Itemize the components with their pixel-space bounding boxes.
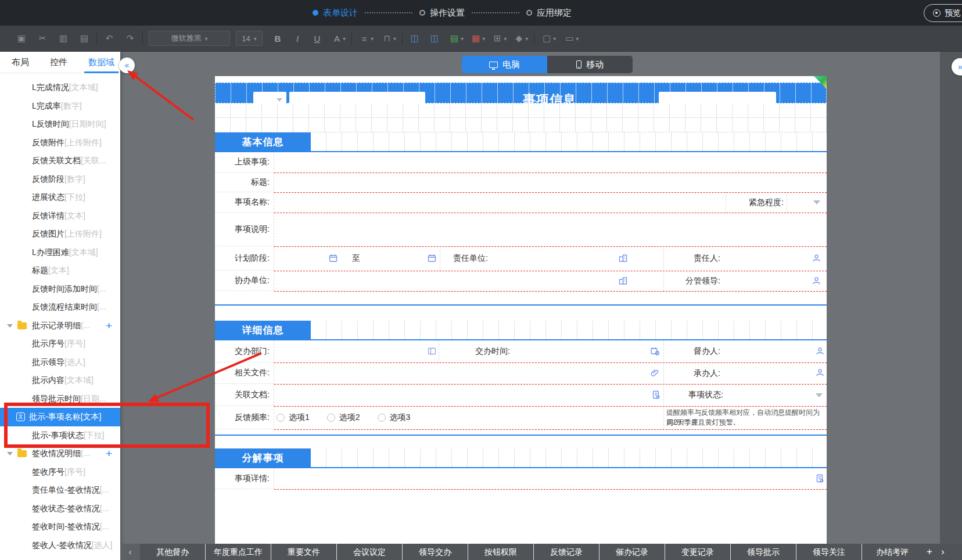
document-icon[interactable] [816, 474, 824, 483]
calendar-icon[interactable] [428, 254, 436, 263]
field-item-标题[interactable]: 标题[文本] [0, 261, 120, 280]
vertical-align-icon[interactable]: ⊓ [381, 33, 393, 44]
preview-button[interactable]: 预览 [924, 4, 962, 22]
record-tab-会议议定[interactable]: 会议议定 [337, 544, 403, 560]
document-icon[interactable] [652, 390, 661, 399]
field-item-反馈关联文档[interactable]: 反馈关联文档[关联... [0, 152, 120, 170]
form-row-item-desc[interactable]: 事项说明: [215, 213, 827, 246]
record-tab-领导交办[interactable]: 领导交办 [403, 544, 468, 560]
radio-option-选项1[interactable]: 选项1 [277, 412, 310, 423]
form-row-related-docs[interactable]: 关联文档: 事项状态: [215, 384, 827, 406]
form-row-assign-dept[interactable]: 交办部门: 交办时间: 督办人: [215, 340, 827, 362]
organization-icon[interactable] [619, 254, 627, 263]
form-row-subject[interactable]: 标题: [215, 173, 827, 192]
delete-row-icon[interactable]: ▦ [469, 33, 482, 44]
device-pc-tab[interactable]: 电脑 [462, 56, 547, 73]
add-field-button[interactable]: + [106, 317, 112, 335]
form-canvas[interactable]: 事项信息 基本信息 上级事项: 标题: 事项名称: 紧急程度: 事项说明: 计划… [215, 76, 827, 544]
wizard-step-1[interactable]: 表单设计 [313, 8, 358, 19]
record-tab-按钮权限[interactable]: 按钮权限 [468, 544, 534, 560]
expander-icon[interactable] [7, 324, 13, 328]
section-breakdown[interactable]: 分解事项 [215, 448, 311, 468]
field-item-反馈阶段[interactable]: 反馈阶段[数字] [0, 170, 120, 189]
record-tab-领导批示[interactable]: 领导批示 [731, 544, 796, 560]
chevron-down-icon[interactable]: ▾ [525, 35, 528, 42]
italic-button[interactable]: I [292, 34, 303, 44]
add-field-button[interactable]: + [106, 444, 112, 463]
chevron-down-icon[interactable]: ▾ [371, 35, 374, 42]
person-icon[interactable] [812, 277, 821, 285]
chevron-down-icon[interactable]: ▾ [553, 35, 556, 42]
field-item-L完成情况[interactable]: L完成情况[文本域] [0, 78, 120, 97]
sidebar-tab-布局[interactable]: 布局 [12, 52, 29, 73]
person-icon[interactable] [812, 254, 821, 263]
radio-option-选项2[interactable]: 选项2 [327, 412, 360, 423]
merge-cells-icon[interactable]: ◫ [408, 33, 421, 44]
sidebar-tab-数据域[interactable]: 数据域 [88, 52, 114, 73]
collapse-sidebar-button[interactable]: « [119, 58, 135, 73]
record-tab-重要文件[interactable]: 重要文件 [271, 544, 337, 560]
person-icon[interactable] [816, 347, 824, 356]
field-item-反馈图片[interactable]: 反馈图片[上传附件] [0, 225, 120, 243]
organization-icon[interactable] [619, 277, 627, 285]
field-item-反馈时间添加时间[interactable]: 反馈时间添加时间[... [0, 280, 120, 299]
form-row-parent-item[interactable]: 上级事项: [215, 152, 827, 173]
paperclip-icon[interactable] [651, 368, 659, 377]
redo-icon[interactable]: ↷ [124, 33, 137, 44]
dropdown-caret-icon[interactable] [816, 393, 823, 397]
form-row-assist-unit[interactable]: 协办单位: 分管领导: [215, 271, 827, 291]
field-group-批示记录明细[interactable]: 批示记录明细(...+ [0, 317, 120, 335]
field-item-签收人-签收情况[interactable]: 签收人-签收情况[选人] [0, 536, 120, 555]
sidebar-tab-控件[interactable]: 控件 [50, 52, 67, 73]
chevron-down-icon[interactable]: ▾ [393, 35, 396, 42]
select-tool-icon[interactable]: ▣ [15, 33, 28, 44]
field-item-反馈流程结束时间[interactable]: 反馈流程结束时间[... [0, 298, 120, 317]
split-cells-icon[interactable]: ◫ [428, 33, 441, 44]
field-group-签收情况明细[interactable]: 签收情况明细(...+ [0, 444, 120, 463]
expander-icon[interactable] [7, 452, 13, 455]
field-item-领导批示时间[interactable]: 领导批示时间[日期... [0, 390, 120, 408]
field-item-批示序号[interactable]: 批示序号[序号] [0, 335, 120, 353]
record-tab-办结考评[interactable]: 办结考评 [862, 544, 922, 560]
paste-icon[interactable]: ▤ [78, 33, 91, 44]
undo-icon[interactable]: ↶ [103, 33, 116, 44]
field-item-签收时间-签收情况[interactable]: 签收时间-签收情况[... [0, 518, 120, 536]
record-tab-领导关注[interactable]: 领导关注 [796, 544, 862, 560]
chevron-down-icon[interactable]: ▾ [482, 35, 485, 42]
chevron-down-icon[interactable]: ▾ [576, 35, 579, 42]
table-border-icon[interactable]: ⊞ [491, 33, 504, 44]
field-item-反馈附件[interactable]: 反馈附件[上传附件] [0, 134, 120, 152]
field-item-L办理困难[interactable]: L办理困难[文本域] [0, 243, 120, 262]
form-row-feedback-freq[interactable]: 反馈频率: 选项1选项2选项3 提醒频率与反馈频率相对应，自动消息提醒时间为周/… [215, 406, 827, 429]
calendar-clock-icon[interactable] [651, 347, 659, 356]
person-icon[interactable] [816, 368, 824, 377]
form-row-plan-phase[interactable]: 计划阶段: 至 责任单位: 责任人: [215, 246, 827, 271]
chevron-down-icon[interactable]: ▾ [461, 35, 464, 42]
empty-grid-row[interactable] [215, 103, 827, 132]
wizard-step-3[interactable]: 应用绑定 [526, 8, 572, 19]
insert-row-icon[interactable]: ▤ [448, 33, 461, 44]
form-row-item-name[interactable]: 事项名称: 紧急程度: [215, 192, 827, 213]
calendar-icon[interactable] [329, 254, 338, 263]
section-basic-info[interactable]: 基本信息 [215, 132, 311, 152]
font-color-button[interactable]: A [331, 34, 343, 44]
record-tab-反馈记录[interactable]: 反馈记录 [534, 544, 600, 560]
field-item-批示内容[interactable]: 批示内容[文本域] [0, 371, 120, 390]
record-tab-催办记录[interactable]: 催办记录 [600, 544, 665, 560]
device-mobile-tab[interactable]: 移动 [547, 56, 633, 73]
dropdown-caret-icon[interactable] [813, 200, 820, 204]
field-item-责任单位-签收情况[interactable]: 责任单位-签收情况[... [0, 481, 120, 500]
cut-icon[interactable]: ✂ [36, 33, 49, 44]
record-tab-变更记录[interactable]: 变更记录 [665, 544, 731, 560]
widget-icon[interactable]: ▢ [540, 33, 553, 44]
align-icon[interactable]: ≡ [358, 34, 371, 44]
field-item-L完成率[interactable]: L完成率[数字] [0, 97, 120, 116]
wizard-step-2[interactable]: 操作设置 [419, 8, 465, 19]
radio-option-选项3[interactable]: 选项3 [378, 412, 411, 423]
next-tabs-button[interactable]: › [936, 544, 949, 560]
prev-tabs-button[interactable]: ‹ [120, 544, 140, 560]
add-tab-button[interactable]: + [922, 544, 936, 560]
field-item-反馈详情[interactable]: 反馈详情[文本] [0, 207, 120, 225]
department-picker-icon[interactable] [428, 347, 436, 356]
record-tab-年度重点工作[interactable]: 年度重点工作 [206, 544, 271, 560]
